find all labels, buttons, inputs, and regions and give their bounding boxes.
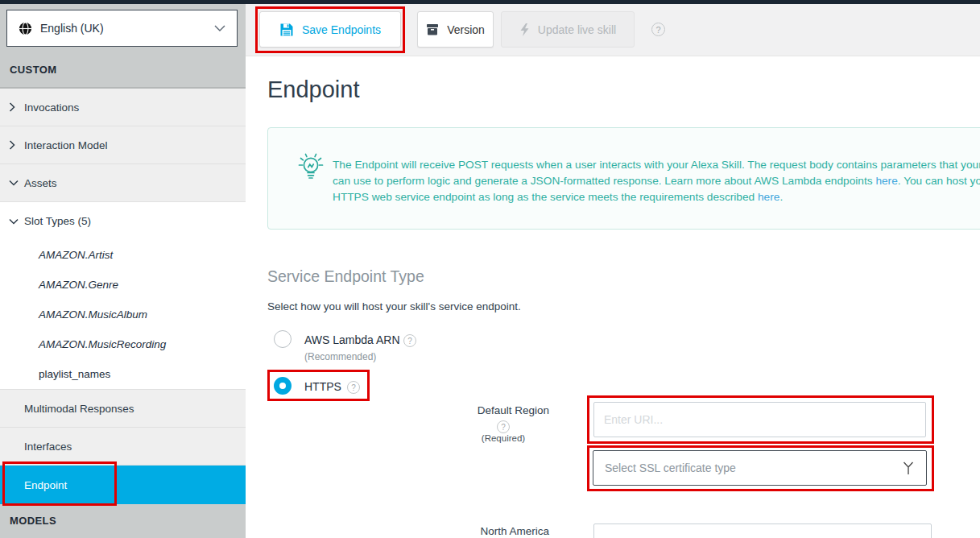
- ssl-select-placeholder: Select SSL certificate type: [605, 461, 902, 474]
- slot-type-amazon-musicalbum[interactable]: AMAZON.MusicAlbum: [0, 300, 246, 329]
- sidebar: English (UK) CUSTOM Invocations Interact…: [0, 4, 246, 538]
- sidebar-item-label: Invocations: [24, 101, 79, 114]
- slot-type-playlist-names[interactable]: playlist_names: [0, 359, 246, 389]
- sidebar-item-endpoint[interactable]: Endpoint: [0, 466, 246, 504]
- lightning-icon: [519, 23, 530, 36]
- language-label: English (UK): [40, 22, 214, 35]
- aws-lambda-arn-radio[interactable]: [274, 330, 292, 348]
- save-icon: [279, 23, 294, 37]
- slot-types-section: Slot Types (5) AMAZON.Artist AMAZON.Genr…: [0, 202, 246, 390]
- version-label: Version: [447, 23, 485, 36]
- info-text: The Endpoint will receive POST requests …: [333, 157, 980, 205]
- sidebar-section-models: MODELS: [0, 504, 246, 537]
- info-text-part: .: [779, 191, 783, 203]
- sidebar-item-label: Endpoint: [24, 479, 67, 491]
- sidebar-item-label: Interfaces: [24, 441, 72, 453]
- chevron-right-icon: [9, 102, 15, 112]
- aws-lambda-arn-label: AWS Lambda ARN: [304, 333, 400, 346]
- sidebar-item-interfaces[interactable]: Interfaces: [0, 428, 246, 466]
- uri-input-wrap: [587, 395, 934, 444]
- language-selector-wrap: English (UK): [0, 4, 246, 52]
- default-region-help-icon[interactable]: ?: [497, 420, 510, 433]
- update-live-skill-label: Update live skill: [538, 23, 616, 36]
- default-region-label: Default Region: [477, 404, 549, 416]
- sidebar-item-slot-types[interactable]: Slot Types (5): [0, 202, 246, 240]
- uri-input[interactable]: [593, 402, 926, 437]
- info-banner: The Endpoint will receive POST requests …: [267, 127, 980, 230]
- north-america-label: North America: [477, 525, 549, 537]
- chevron-down-icon: [214, 25, 225, 31]
- page-title: Endpoint: [267, 77, 360, 103]
- slot-type-amazon-musicrecording[interactable]: AMAZON.MusicRecording: [0, 329, 246, 359]
- main-content: Endpoint The Endpoint will receive POST …: [246, 56, 980, 538]
- https-radio[interactable]: [274, 377, 292, 395]
- sidebar-item-interaction-model[interactable]: Interaction Model: [0, 126, 246, 164]
- https-help-icon[interactable]: ?: [347, 381, 360, 394]
- slot-type-amazon-genre[interactable]: AMAZON.Genre: [0, 270, 246, 300]
- select-arrow-icon: [902, 460, 915, 476]
- north-america-input[interactable]: [593, 524, 932, 538]
- save-endpoints-label: Save Endpoints: [302, 23, 381, 36]
- lambda-endpoints-here-link[interactable]: here: [875, 175, 897, 187]
- service-endpoint-type-title: Service Endpoint Type: [267, 267, 424, 286]
- aws-lambda-help-icon[interactable]: ?: [403, 334, 416, 347]
- chevron-right-icon: [9, 140, 15, 150]
- https-label: HTTPS: [304, 380, 341, 393]
- update-live-skill-button[interactable]: Update live skill: [501, 11, 635, 48]
- service-endpoint-type-subtitle: Select how you will host your skill's se…: [267, 300, 521, 312]
- ssl-select-wrap: Select SSL certificate type: [587, 445, 934, 491]
- sidebar-item-label: Assets: [24, 177, 57, 189]
- save-endpoints-button[interactable]: Save Endpoints: [259, 11, 401, 48]
- globe-icon: [19, 22, 32, 35]
- sidebar-item-label: Interaction Model: [24, 139, 108, 151]
- chevron-down-icon: [9, 180, 19, 186]
- recommended-label: (Recommended): [304, 351, 376, 362]
- language-selector[interactable]: English (UK): [6, 10, 238, 47]
- sidebar-item-label: Multimodal Responses: [24, 403, 134, 415]
- sidebar-item-label: Slot Types (5): [24, 215, 91, 227]
- slot-type-amazon-artist[interactable]: AMAZON.Artist: [0, 240, 246, 270]
- lightbulb-icon: [295, 152, 327, 188]
- sidebar-item-assets[interactable]: Assets: [0, 164, 246, 202]
- ssl-certificate-select[interactable]: Select SSL certificate type: [593, 450, 927, 486]
- version-box-icon: [426, 23, 439, 35]
- toolbar-help-icon[interactable]: ?: [651, 23, 665, 36]
- requirements-here-link[interactable]: here: [758, 191, 779, 203]
- required-label: (Required): [475, 433, 531, 443]
- chevron-down-icon: [9, 218, 19, 225]
- sidebar-section-custom: CUSTOM: [0, 52, 246, 89]
- sidebar-item-invocations[interactable]: Invocations: [0, 89, 246, 126]
- version-button[interactable]: Version: [417, 11, 494, 48]
- sidebar-item-multimodal-responses[interactable]: Multimodal Responses: [0, 390, 246, 428]
- toolbar: Save Endpoints Version Update live skill…: [246, 4, 980, 56]
